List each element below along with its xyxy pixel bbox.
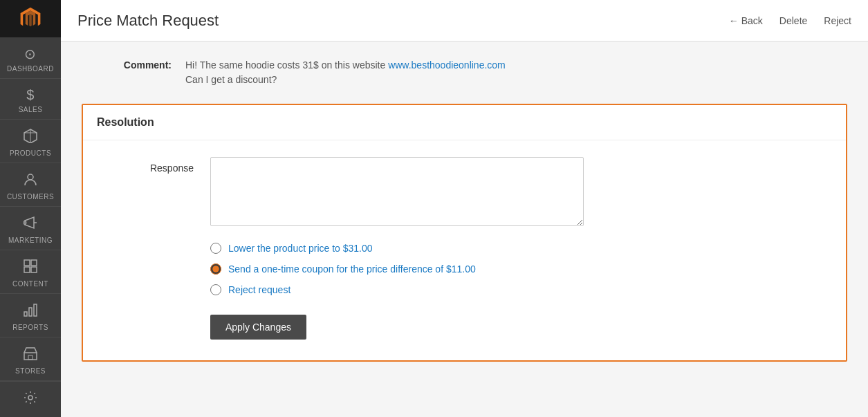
svg-point-16 (28, 396, 33, 400)
response-row: Response (97, 157, 832, 226)
response-label: Response (97, 157, 194, 174)
svg-rect-9 (24, 267, 30, 272)
stores-icon (23, 346, 38, 364)
system-icon (23, 390, 38, 409)
svg-point-3 (28, 174, 33, 180)
sidebar-item-reports[interactable]: REPORTS (0, 294, 61, 337)
sidebar-item-dashboard[interactable]: ⊙ DASHBOARD (0, 37, 61, 79)
sidebar-item-products[interactable]: PRODUCTS (0, 120, 61, 163)
resolution-options: Lower the product price to $31.00 Send a… (210, 243, 832, 295)
svg-rect-12 (29, 308, 32, 316)
lower-price-label[interactable]: Lower the product price to $31.00 (228, 243, 373, 254)
resolution-title: Resolution (83, 105, 846, 140)
svg-rect-7 (24, 260, 30, 266)
logo (0, 0, 61, 37)
svg-rect-14 (24, 353, 37, 360)
delete-button[interactable]: Delete (779, 15, 807, 26)
apply-section: Apply Changes (210, 315, 832, 340)
reports-icon (23, 302, 38, 321)
sales-icon: $ (26, 87, 35, 103)
sidebar-item-label: MARKETING (8, 237, 53, 244)
page-title: Price Match Request (77, 12, 219, 30)
response-textarea[interactable] (210, 157, 584, 226)
comment-section: Comment: Hi! The same hoodie costs 31$ o… (82, 58, 847, 87)
svg-rect-13 (34, 304, 37, 316)
reject-button[interactable]: Reject (824, 15, 851, 26)
main-area: Price Match Request ← Back Delete Reject… (61, 0, 868, 417)
resolution-section: Resolution Response Lower the product pr… (82, 104, 847, 362)
magento-logo-icon (18, 6, 43, 31)
svg-rect-11 (24, 312, 27, 316)
send-coupon-label[interactable]: Send a one-time coupon for the price dif… (228, 263, 476, 275)
comment-line1: Hi! The same hoodie costs 31$ on this we… (185, 58, 506, 73)
page-header: Price Match Request ← Back Delete Reject (61, 0, 868, 41)
sidebar-item-customers[interactable]: CUSTOMERS (0, 163, 61, 207)
comment-link[interactable]: www.besthoodieonline.com (388, 59, 506, 71)
sidebar-item-label: DASHBOARD (7, 65, 54, 73)
sidebar-item-label: CUSTOMERS (7, 193, 54, 201)
sidebar-item-system[interactable] (0, 381, 61, 417)
header-actions: ← Back Delete Reject (729, 15, 851, 26)
option-reject[interactable]: Reject request (210, 284, 832, 295)
sidebar-item-stores[interactable]: STORES (0, 337, 61, 381)
sidebar-item-label: CONTENT (12, 280, 48, 288)
content-icon (23, 259, 38, 277)
sidebar-item-label: SALES (19, 106, 43, 113)
reject-label[interactable]: Reject request (228, 284, 290, 295)
option-lower-price[interactable]: Lower the product price to $31.00 (210, 243, 832, 254)
content-area: Comment: Hi! The same hoodie costs 31$ o… (61, 41, 868, 417)
svg-rect-10 (31, 267, 37, 272)
sidebar: ⊙ DASHBOARD $ SALES PRODUCTS CUSTOMERS M… (0, 0, 61, 417)
send-coupon-radio[interactable] (210, 263, 221, 275)
sidebar-item-sales[interactable]: $ SALES (0, 79, 61, 120)
sidebar-item-label: REPORTS (12, 324, 48, 331)
dashboard-icon: ⊙ (24, 46, 37, 62)
apply-changes-button[interactable]: Apply Changes (210, 315, 306, 340)
reject-radio[interactable] (210, 284, 221, 295)
products-icon (23, 128, 38, 147)
sidebar-item-content[interactable]: CONTENT (0, 250, 61, 294)
sidebar-item-label: PRODUCTS (10, 149, 51, 157)
back-arrow-icon: ← (729, 15, 739, 26)
comment-body: Hi! The same hoodie costs 31$ on this we… (185, 58, 506, 87)
option-send-coupon[interactable]: Send a one-time coupon for the price dif… (210, 263, 832, 275)
customers-icon (23, 172, 38, 190)
resolution-body: Response Lower the product price to $31.… (83, 140, 846, 360)
comment-label: Comment: (89, 58, 172, 71)
sidebar-item-label: STORES (15, 367, 46, 375)
svg-rect-8 (31, 260, 37, 266)
svg-rect-15 (28, 355, 33, 360)
sidebar-item-marketing[interactable]: MARKETING (0, 207, 61, 250)
lower-price-radio[interactable] (210, 243, 221, 254)
comment-line2: Can I get a discount? (185, 73, 506, 87)
marketing-icon (23, 215, 38, 234)
back-button[interactable]: ← Back (729, 15, 763, 26)
